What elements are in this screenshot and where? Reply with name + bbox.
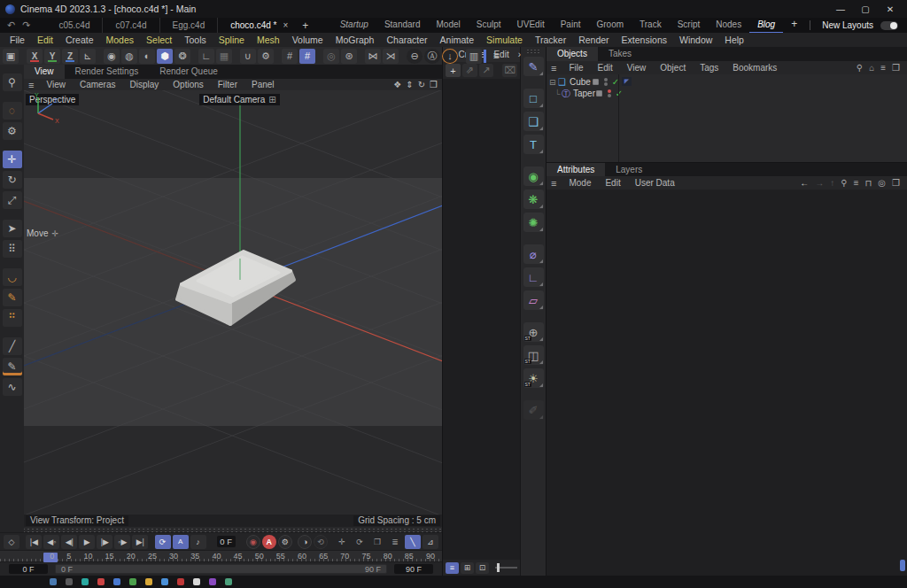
model-mode-button[interactable]: ⬢ (157, 49, 173, 64)
add-document-button[interactable]: + (293, 19, 317, 32)
vp-menu-display[interactable]: Display (123, 80, 167, 89)
orbit-icon[interactable]: ↻ (418, 80, 425, 89)
vp-menu-options[interactable]: Options (166, 80, 210, 89)
home-icon[interactable]: ⌂ (869, 63, 874, 73)
sound-button[interactable]: ♪ (190, 535, 206, 549)
menu-mograph[interactable]: MoGraph (329, 35, 381, 45)
keyframe-button[interactable]: ◇ (4, 535, 19, 549)
record-button[interactable]: ◉ (246, 535, 260, 549)
rings-button[interactable]: ◎ (323, 49, 339, 64)
annotate-tool-icon[interactable]: ✐ (523, 400, 544, 420)
pan-icon[interactable]: ❖ (393, 80, 401, 89)
taskbar-app-icon[interactable] (145, 578, 152, 585)
key-parameter-button[interactable]: ❐ (369, 535, 385, 549)
subdivision-surface-icon[interactable]: ◉ (523, 166, 544, 186)
next-frame-button[interactable]: |▶ (97, 535, 112, 549)
vp-menu-view[interactable]: View (39, 80, 73, 89)
layout-nodes[interactable]: Nodes (708, 17, 749, 34)
keying-settings-button[interactable]: ⚙ (278, 535, 292, 549)
search-icon[interactable]: ⚲ (841, 178, 847, 188)
create-panel-body[interactable] (443, 79, 520, 560)
key-position-button[interactable]: ✛ (334, 535, 350, 549)
taskbar-app-icon[interactable] (161, 578, 168, 585)
enable-check-icon[interactable]: ✓ (609, 77, 622, 87)
maximize-view-icon[interactable]: ❒ (430, 80, 438, 89)
pick-object-button[interactable]: ↗ (479, 64, 494, 77)
doc-tab-c07[interactable]: c07.c4d (102, 18, 159, 33)
menu-spline[interactable]: Spline (213, 35, 251, 45)
spline-pen-icon[interactable]: ✎ (523, 57, 544, 76)
coordinate-system-button[interactable]: ⊾ (80, 49, 96, 64)
doc-tab-egg[interactable]: Egg.c4d (159, 18, 218, 33)
taskbar-app-icon[interactable] (113, 578, 120, 585)
live-selection-button[interactable]: ◌ (3, 102, 22, 120)
lock-icon[interactable]: ⊓ (864, 178, 872, 188)
menu-window[interactable]: Window (673, 35, 718, 45)
toolbar-overflow-button[interactable]: ≡ (488, 49, 504, 64)
vp-menu-filter[interactable]: Filter (211, 80, 244, 89)
object-axis-button[interactable]: ∟ (198, 49, 214, 64)
attr-menu-mode[interactable]: Mode (562, 178, 598, 188)
track-icon[interactable]: ◎ (878, 178, 886, 188)
camera-object-icon[interactable]: ◫ST (523, 345, 544, 365)
snap-keys-button[interactable]: ╲ (405, 535, 421, 549)
scroll-indicator[interactable] (900, 560, 905, 571)
tab-objects[interactable]: Objects (547, 47, 598, 61)
play-button[interactable]: ▶ (79, 535, 95, 549)
op-menu-bookmarks[interactable]: Bookmarks (725, 63, 784, 73)
layout-startup[interactable]: Startup (332, 17, 376, 34)
range-slider[interactable]: 0 F 90 F (55, 564, 387, 574)
next-key-button[interactable]: ◦▶ (114, 535, 130, 549)
new-layouts-button[interactable]: New Layouts (815, 20, 880, 30)
layouts-toggle[interactable] (880, 21, 898, 30)
scale-tool-button[interactable]: ⤢ (3, 191, 22, 209)
text-primitive-icon[interactable]: T (523, 135, 544, 154)
delete-object-button[interactable]: ⌧ (502, 64, 517, 77)
menu-edit[interactable]: Edit (31, 35, 59, 45)
autokey-button[interactable]: A (262, 535, 276, 549)
tree-row-cube[interactable]: ⊟ ❑ Cube ✓ (547, 76, 907, 88)
op-menu-file[interactable]: File (562, 63, 590, 73)
menu-mesh[interactable]: Mesh (251, 35, 286, 45)
tab-view[interactable]: View (24, 65, 65, 79)
lock-z-axis-button[interactable]: Z (62, 49, 78, 64)
tab-render-settings[interactable]: Render Settings (65, 65, 150, 79)
mograph-cloner-icon[interactable]: ▱ (523, 290, 544, 310)
popout-icon[interactable]: ❐ (892, 63, 900, 73)
keyframe-selection-button[interactable]: ◑ (298, 535, 312, 549)
popout-icon[interactable]: ❐ (892, 178, 900, 188)
taskbar-app-icon[interactable] (50, 578, 57, 585)
menu-animate[interactable]: Animate (434, 35, 481, 45)
back-icon[interactable]: ← (800, 178, 809, 188)
key-pla-button[interactable]: ≣ (387, 535, 403, 549)
layout-standard[interactable]: Standard (376, 17, 429, 34)
palette-grip[interactable] (526, 49, 540, 53)
move-tool-button[interactable]: ✛ (3, 151, 22, 168)
snap-settings-button[interactable]: ⚙ (258, 49, 274, 64)
tab-layers[interactable]: Layers (605, 163, 653, 176)
taskbar-app-icon[interactable] (66, 578, 73, 585)
objects-hamburger-icon[interactable]: ≡ (551, 63, 556, 74)
menu-create[interactable]: Create (59, 35, 100, 45)
layout-track[interactable]: Track (632, 17, 670, 34)
annotate-button[interactable]: Ⓐ (424, 49, 440, 64)
up-icon[interactable]: ↑ (830, 178, 834, 188)
viewport-hamburger-icon[interactable]: ≡ (28, 80, 34, 90)
rotate-tool-button[interactable]: ↻ (3, 171, 22, 189)
render-view-button[interactable]: ▣ (3, 49, 19, 64)
expanded-view-button[interactable]: ⊡ (476, 562, 489, 574)
redo-icon[interactable]: ↷ (22, 19, 30, 31)
enable-check-icon[interactable]: ✓ (613, 89, 625, 98)
op-menu-view[interactable]: View (620, 63, 654, 73)
workplane-button[interactable]: ▦ (216, 49, 232, 64)
remove-button[interactable]: ⊖ (407, 49, 422, 64)
layer-toggle[interactable] (596, 90, 602, 97)
tab-takes[interactable]: Takes (598, 47, 642, 61)
attr-menu-userdata[interactable]: User Data (628, 178, 682, 188)
key-rotation-button[interactable]: ⟳ (352, 535, 368, 549)
layout-model[interactable]: Model (429, 17, 469, 34)
import-button[interactable]: ↓ (442, 49, 458, 64)
snap-button[interactable]: ∪ (240, 49, 256, 64)
visibility-dots[interactable] (601, 78, 609, 86)
list-view-button[interactable]: ≡ (446, 562, 459, 574)
